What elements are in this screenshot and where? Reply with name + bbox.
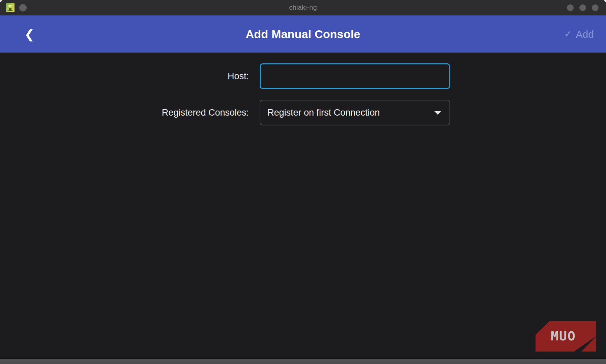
page-title: Add Manual Console	[0, 16, 606, 53]
muo-watermark: MUO	[536, 321, 596, 352]
check-icon: ✓	[564, 30, 572, 39]
window-title: chiaki-ng	[0, 4, 606, 11]
muo-logo-text: MUO	[551, 329, 581, 343]
page-header: ❮ Add Manual Console ✓ Add	[0, 15, 606, 53]
registered-consoles-dropdown[interactable]: Register on first Connection	[260, 100, 450, 125]
add-button-label: Add	[576, 29, 594, 40]
registered-consoles-row: Registered Consoles: Register on first C…	[0, 100, 606, 125]
titlebar-indicator-dot	[19, 4, 27, 11]
add-button[interactable]: ✓ Add	[564, 16, 594, 53]
bottom-bar	[0, 358, 606, 364]
app-window: chiaki-ng ❮ Add Manual Console ✓ Add Hos…	[0, 0, 606, 364]
titlebar: chiaki-ng	[0, 0, 606, 15]
window-control-dot-1[interactable]	[567, 4, 574, 11]
chiaki-ng-app-icon	[6, 3, 15, 12]
host-row: Host:	[0, 63, 606, 89]
content-area: Host: Registered Consoles: Register on f…	[0, 53, 606, 359]
host-input[interactable]	[260, 63, 450, 89]
host-label: Host:	[0, 71, 260, 82]
window-control-dot-2[interactable]	[579, 4, 586, 11]
window-controls	[567, 0, 599, 15]
registered-consoles-label: Registered Consoles:	[0, 108, 260, 118]
dropdown-selected-value: Register on first Connection	[267, 108, 380, 118]
titlebar-left	[6, 0, 27, 15]
window-control-dot-3[interactable]	[592, 4, 599, 11]
chevron-down-icon	[434, 111, 441, 115]
